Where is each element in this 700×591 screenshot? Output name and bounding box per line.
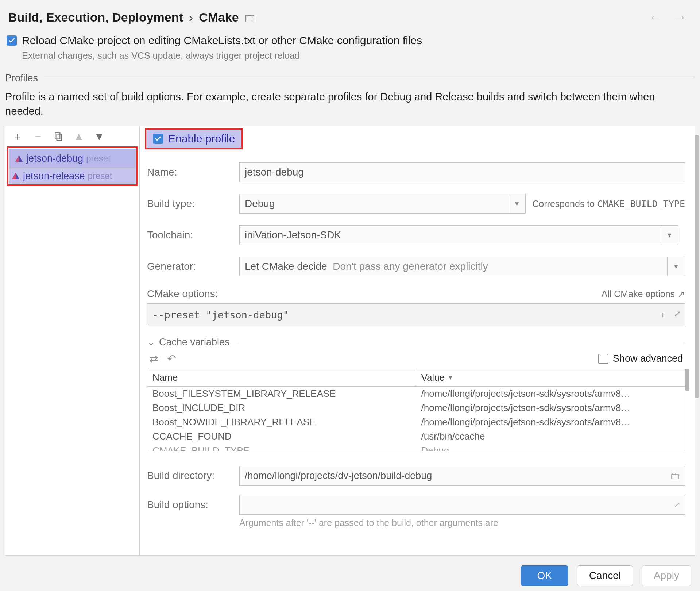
cmake-options-label: CMake options:: [147, 288, 218, 300]
cache-var-value: /home/llongi/projects/jetson-sdk/sysroot…: [416, 401, 685, 415]
table-row[interactable]: Boost_NOWIDE_LIBRARY_RELEASE/home/llongi…: [147, 415, 685, 429]
collapse-icon[interactable]: [245, 15, 254, 22]
scrollbar-thumb[interactable]: [685, 369, 689, 391]
cache-var-value: Debug: [416, 444, 685, 451]
build-type-select[interactable]: Debug: [239, 194, 508, 214]
table-row[interactable]: CMAKE_BUILD_TYPEDebug: [147, 444, 685, 451]
page-scrollbar-thumb[interactable]: [695, 135, 699, 398]
cmake-options-value: --preset "jetson-debug": [152, 309, 289, 321]
build-type-label: Build type:: [147, 198, 233, 210]
cmake-options-field[interactable]: --preset "jetson-debug" ＋ ⤢: [147, 303, 685, 326]
cache-var-name: Boost_NOWIDE_LIBRARY_RELEASE: [147, 415, 416, 429]
folder-icon[interactable]: 🗀: [670, 470, 680, 482]
name-field[interactable]: jetson-debug: [239, 162, 685, 182]
cache-var-name: Boost_INCLUDE_DIR: [147, 401, 416, 415]
chevron-down-icon[interactable]: ▼: [668, 257, 685, 276]
build-directory-field[interactable]: /home/llongi/projects/dv-jetson/build-de…: [239, 466, 685, 486]
cancel-button[interactable]: Cancel: [577, 565, 633, 586]
svg-marker-5: [12, 173, 16, 179]
highlight-box: Enable profile: [145, 128, 243, 149]
profiles-sidebar: ＋ − ▲ ▼ jetson-debug preset j: [5, 126, 140, 555]
cache-var-value: /home/llongi/projects/jetson-sdk/sysroot…: [416, 387, 685, 401]
profile-item-jetson-debug[interactable]: jetson-debug preset: [9, 149, 136, 168]
svg-marker-3: [15, 155, 19, 162]
add-profile-button[interactable]: ＋: [12, 131, 23, 142]
build-directory-label: Build directory:: [147, 470, 233, 481]
plus-icon[interactable]: ＋: [658, 309, 667, 321]
name-label: Name:: [147, 166, 233, 178]
table-row[interactable]: Boost_INCLUDE_DIR/home/llongi/projects/j…: [147, 401, 685, 415]
divider: [238, 342, 685, 342]
expand-icon[interactable]: ⤢: [674, 309, 681, 321]
toolchain-select[interactable]: iniVation-Jetson-SDK: [239, 225, 661, 245]
build-options-label: Build options:: [147, 499, 233, 511]
cache-var-name: Boost_FILESYSTEM_LIBRARY_RELEASE: [147, 387, 416, 401]
profile-item-jetson-release[interactable]: jetson-release preset: [9, 168, 136, 184]
reload-checkbox[interactable]: [7, 35, 17, 46]
remove-profile-button[interactable]: −: [32, 131, 43, 142]
highlight-box: jetson-debug preset jetson-release prese…: [7, 146, 138, 186]
divider: [44, 78, 693, 78]
generator-value: Let CMake decide: [245, 261, 327, 272]
cache-var-value: /usr/bin/ccache: [416, 429, 685, 444]
chevron-down-icon[interactable]: ▼: [508, 194, 526, 214]
toolchain-label: Toolchain:: [147, 229, 233, 241]
profiles-section-title: Profiles: [5, 73, 38, 84]
generator-label: Generator:: [147, 261, 233, 272]
breadcrumb-parent[interactable]: Build, Execution, Deployment: [8, 10, 183, 24]
profile-details: Enable profile Name: jetson-debug Build …: [140, 126, 695, 555]
column-name[interactable]: Name: [147, 369, 416, 386]
breadcrumb-current: CMake: [199, 10, 239, 24]
reload-label: Reload CMake project on editing CMakeLis…: [22, 34, 422, 47]
profiles-description: Profile is a named set of build options.…: [0, 88, 700, 126]
svg-rect-0: [55, 133, 60, 139]
reload-hint: External changes, such as VCS update, al…: [22, 50, 689, 61]
table-row[interactable]: Boost_FILESYSTEM_LIBRARY_RELEASE/home/ll…: [147, 387, 685, 401]
show-advanced-label: Show advanced: [613, 353, 683, 364]
table-row[interactable]: CCACHE_FOUND/usr/bin/ccache: [147, 429, 685, 444]
undo-icon[interactable]: ↶: [167, 352, 176, 365]
copy-profile-button[interactable]: [53, 131, 64, 142]
enable-profile-checkbox[interactable]: [153, 134, 163, 144]
apply-button[interactable]: Apply: [642, 565, 691, 586]
chevron-down-icon[interactable]: ⌄: [147, 336, 155, 348]
build-options-note: Arguments after '--' are passed to the b…: [239, 518, 685, 528]
generator-select[interactable]: Let CMake decide Don't pass any generato…: [239, 257, 668, 276]
enable-profile-label: Enable profile: [168, 133, 235, 145]
breadcrumb-sep: ›: [189, 10, 193, 24]
move-up-button[interactable]: ▲: [73, 131, 84, 142]
cache-var-value: /home/llongi/projects/jetson-sdk/sysroot…: [416, 415, 685, 429]
build-type-hint: Corresponds to CMAKE_BUILD_TYPE: [532, 199, 685, 209]
svg-rect-1: [57, 134, 62, 141]
hint-prefix: Corresponds to: [532, 199, 597, 209]
chevron-down-icon[interactable]: ▼: [661, 225, 678, 245]
shuffle-icon[interactable]: ⇄: [149, 352, 158, 365]
profile-tag: preset: [88, 171, 112, 181]
cache-variables-title: Cache variables: [159, 337, 230, 348]
show-advanced-checkbox[interactable]: [598, 354, 608, 364]
hint-code: CMAKE_BUILD_TYPE: [597, 199, 685, 209]
ok-button[interactable]: OK: [521, 565, 568, 586]
back-icon[interactable]: ←: [649, 9, 662, 25]
profile-tag: preset: [86, 153, 111, 164]
cache-table: Name Value▼ Boost_FILESYSTEM_LIBRARY_REL…: [147, 369, 685, 451]
generator-inline-hint: Don't pass any generator explicitly: [333, 261, 488, 272]
move-down-button[interactable]: ▼: [94, 131, 105, 142]
build-directory-value: /home/llongi/projects/dv-jetson/build-de…: [245, 470, 432, 481]
expand-icon[interactable]: ⤢: [674, 500, 680, 510]
build-options-field[interactable]: ⤢: [239, 495, 685, 515]
profile-name: jetson-debug: [26, 153, 83, 164]
cache-var-name: CCACHE_FOUND: [147, 429, 416, 444]
profile-name: jetson-release: [23, 170, 85, 182]
cache-var-name: CMAKE_BUILD_TYPE: [147, 444, 416, 451]
all-cmake-options-link[interactable]: All CMake options ↗: [602, 289, 685, 299]
forward-icon[interactable]: →: [674, 9, 687, 25]
breadcrumb: Build, Execution, Deployment › CMake ← →: [0, 0, 700, 28]
column-value[interactable]: Value▼: [416, 369, 685, 386]
